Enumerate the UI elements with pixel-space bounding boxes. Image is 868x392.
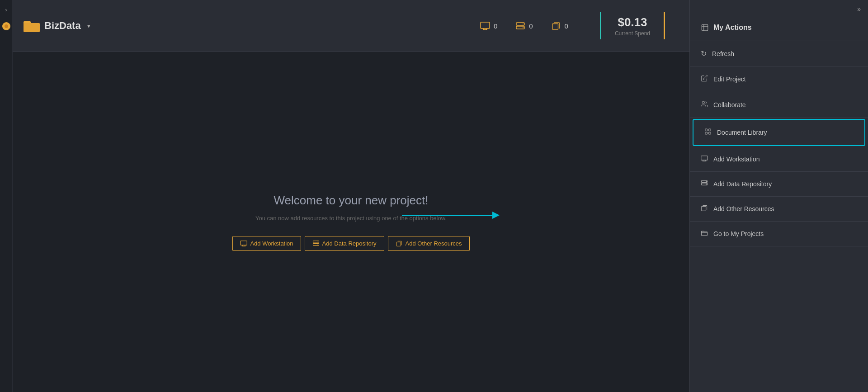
sidebar-item-add-workstation[interactable]: Add Workstation (690, 147, 868, 172)
project-dropdown-arrow[interactable]: ▾ (87, 23, 90, 29)
header-bar: BizData ▾ 0 (13, 0, 689, 52)
refresh-icon: ↻ (701, 49, 707, 58)
svg-point-18 (317, 241, 318, 242)
svg-point-19 (317, 244, 318, 244)
svg-point-33 (706, 184, 707, 184)
other-count-item: 0 (551, 22, 568, 30)
svg-rect-22 (705, 129, 708, 131)
folder-icon (24, 19, 40, 32)
other-count: 0 (565, 22, 568, 30)
left-sidebar-edge: › (0, 0, 13, 392)
svg-point-32 (706, 181, 707, 182)
sidebar-title-row: My Actions (690, 14, 868, 41)
resource-counts: 0 0 0 (480, 22, 568, 30)
svg-rect-34 (702, 207, 706, 211)
my-actions-icon (701, 24, 709, 32)
add-data-repository-icon (701, 180, 708, 188)
monitor-icon (480, 22, 490, 30)
right-sidebar: » My Actions ↻ Refresh Edit Project (689, 0, 868, 392)
project-info: BizData ▾ 0 (24, 19, 586, 32)
sidebar-title: My Actions (713, 24, 752, 32)
go-to-my-projects-label: Go to My Projects (713, 230, 764, 237)
spend-label: Current Spend (615, 30, 650, 37)
gold-divider (664, 12, 665, 39)
collaborate-icon (701, 100, 708, 109)
welcome-title: Welcome to your new project! (232, 194, 469, 208)
add-workstation-label: Add Workstation (713, 156, 760, 163)
sidebar-item-document-library[interactable]: Document Library (693, 119, 865, 146)
sidebar-item-add-data-repository[interactable]: Add Data Repository (690, 172, 868, 197)
data-repo-btn-icon (312, 241, 320, 246)
welcome-section: Welcome to your new project! You can now… (232, 194, 469, 251)
server-icon (515, 22, 525, 30)
edit-project-label: Edit Project (713, 76, 746, 83)
resources-icon (551, 22, 561, 30)
collaborate-label: Collaborate (713, 101, 746, 109)
workstation-count: 0 (494, 22, 497, 30)
teal-divider (600, 12, 601, 39)
svg-rect-23 (708, 129, 711, 131)
sidebar-header-top: » (690, 0, 868, 14)
sidebar-item-go-to-my-projects[interactable]: Go to My Projects (690, 222, 868, 246)
add-other-resources-label: Add Other Resources (713, 205, 774, 213)
svg-rect-2 (24, 23, 40, 32)
arrow-indicator (402, 212, 500, 219)
refresh-label: Refresh (712, 50, 734, 57)
arrow-head (492, 212, 500, 219)
arrow-line (402, 215, 492, 216)
data-repo-count: 0 (529, 22, 533, 30)
workstation-btn-icon (240, 241, 247, 246)
svg-rect-24 (705, 132, 708, 134)
svg-point-9 (523, 24, 524, 24)
add-data-repository-label: Add Data Repository (713, 180, 772, 188)
data-repo-count-item: 0 (515, 22, 533, 30)
action-buttons: Add Workstation Add Data Repository (232, 236, 469, 251)
add-other-resources-icon (701, 205, 708, 213)
sidebar-item-refresh[interactable]: ↻ Refresh (690, 41, 868, 66)
svg-rect-26 (701, 156, 708, 160)
sidebar-collapse-arrow[interactable]: › (5, 6, 7, 13)
sidebar-item-edit-project[interactable]: Edit Project (690, 66, 868, 92)
add-workstation-icon (701, 155, 708, 163)
go-to-my-projects-icon (701, 230, 708, 238)
document-library-icon (704, 128, 712, 137)
add-workstation-button[interactable]: Add Workstation (232, 236, 301, 251)
svg-rect-11 (552, 24, 558, 30)
svg-rect-3 (481, 22, 490, 28)
add-data-repository-button[interactable]: Add Data Repository (305, 236, 384, 251)
spend-amount: $0.13 (615, 15, 650, 29)
svg-point-21 (702, 101, 704, 104)
main-area: BizData ▾ 0 (13, 0, 689, 392)
svg-rect-25 (708, 132, 711, 134)
spend-section: $0.13 Current Spend (615, 15, 650, 37)
svg-rect-20 (396, 242, 401, 246)
project-name: BizData (44, 20, 81, 32)
document-library-label: Document Library (717, 129, 767, 136)
other-res-btn-icon (396, 241, 403, 246)
user-avatar-dot (2, 22, 10, 30)
workstation-count-item: 0 (480, 22, 497, 30)
svg-rect-12 (241, 241, 247, 245)
sidebar-collapse-double-chevron[interactable]: » (857, 5, 861, 13)
sidebar-item-collaborate[interactable]: Collaborate (690, 92, 868, 118)
svg-point-10 (523, 27, 524, 28)
sidebar-item-add-other-resources[interactable]: Add Other Resources (690, 197, 868, 222)
add-other-resources-button[interactable]: Add Other Resources (388, 236, 470, 251)
edit-project-icon (701, 75, 708, 84)
content-area: Welcome to your new project! You can now… (13, 52, 689, 392)
